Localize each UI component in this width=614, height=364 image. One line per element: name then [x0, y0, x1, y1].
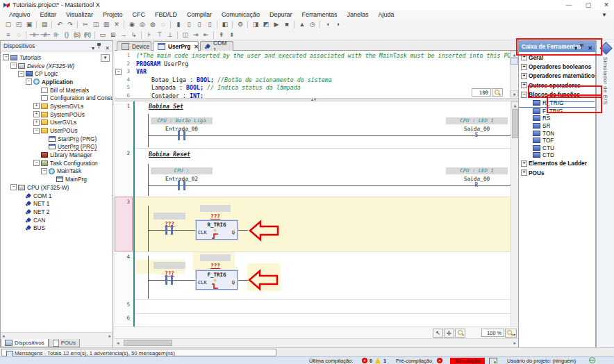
code-vscrollbar[interactable]: ▲ ▼ [510, 51, 517, 98]
expand-icon[interactable]: + [521, 82, 527, 88]
save-icon[interactable]: ▣ [24, 20, 34, 29]
menu-visualizar[interactable]: Visualizar [61, 10, 98, 19]
tree-item-systemgvls[interactable]: +SystemGVLs [1, 102, 113, 110]
negated-contact-icon[interactable]: ⊣∕⊢ [40, 31, 51, 40]
toolbox-item-r-trig[interactable]: R_TRIG [519, 99, 595, 108]
tab-close-icon[interactable]: ✕ [194, 44, 199, 50]
tree-item-device-xf325-w[interactable]: −Device (XF325-W) [1, 62, 113, 70]
tab-userprg[interactable]: UserPrg ✕ [153, 41, 199, 51]
tree-item-application[interactable]: −Application [1, 78, 113, 86]
box-with-en-icon[interactable]: ◫ [180, 31, 190, 40]
tab-pous[interactable]: POUs [49, 339, 80, 347]
tree-item-net-1[interactable]: NET 1 [1, 199, 113, 208]
toolbox-item-f-trig[interactable]: F_TRIG [519, 108, 595, 115]
generate-code-icon[interactable]: ⚙ [235, 20, 245, 29]
globe-icon[interactable] [589, 357, 595, 363]
rung-number[interactable]: 5 [115, 301, 130, 308]
tree-item-configuration-and-consumpt[interactable]: Configuration and Consumpt [1, 94, 113, 102]
parallel-contact-icon[interactable]: ⊪ [51, 31, 61, 40]
run-icon[interactable]: ▶ [271, 20, 281, 29]
ladder-hscrollbar[interactable]: ◂ ▸ [115, 338, 518, 347]
cut-icon[interactable]: ✂ [80, 20, 90, 29]
rung2-contact-address[interactable]: CPU : [151, 167, 213, 174]
navigate-up-icon[interactable]: ⇞ [216, 31, 226, 40]
set-coil-icon[interactable]: (S) [72, 31, 82, 40]
tree-item-maintask[interactable]: −MainTask [1, 167, 113, 176]
navigate-down-icon[interactable]: ⇟ [226, 31, 237, 40]
breakpoint-icon[interactable]: ◖ [322, 20, 333, 29]
connection-icon[interactable] [489, 358, 497, 364]
comment-icon[interactable]: ◌ [13, 31, 24, 40]
ladder-zoom-level[interactable]: 100 % [481, 329, 504, 337]
collapse-icon[interactable]: − [18, 71, 24, 77]
rung-number[interactable]: 1 [115, 103, 130, 109]
tree-item-bill-of-materials[interactable]: Bill of Materials [1, 86, 113, 94]
scroll-up-icon[interactable]: ▲ [511, 101, 518, 108]
maximize-button[interactable]: ▢ [579, 0, 597, 10]
close-button[interactable]: ✕ [597, 0, 614, 10]
hscroll-thumb[interactable] [124, 340, 172, 346]
toolbox-item-ctu[interactable]: CTU [519, 144, 595, 152]
r-trig-block[interactable]: R_TRIG CLK Q ✳ [196, 220, 238, 240]
toolbox-item-sr[interactable]: SR [519, 122, 595, 130]
toolbox-category-blocos-de-fun-es[interactable]: −Blocos de funções [519, 90, 595, 99]
collapse-icon[interactable]: − [3, 54, 9, 60]
vscroll-thumb[interactable] [512, 109, 518, 138]
messages-tab[interactable]: Mensagens - Totais 12 erro(s), 1 advertê… [1, 349, 276, 356]
rung3-contact[interactable] [165, 225, 174, 235]
collapse-icon[interactable]: − [26, 78, 32, 85]
find-icon[interactable]: ◉ [126, 20, 137, 29]
expand-icon[interactable]: + [521, 54, 527, 60]
filter-icon[interactable]: ▼ [601, 10, 607, 19]
toolbox-category-geral[interactable]: +Geral [519, 53, 595, 62]
menu-projeto[interactable]: Projeto [98, 10, 128, 19]
tab-dispositivos[interactable]: Dispositivos [1, 339, 49, 347]
rung4-instance-box[interactable] [200, 254, 231, 261]
rung4-instance-unknown[interactable]: ??? [200, 263, 231, 269]
tree-item-com-1[interactable]: COM 1 [1, 192, 113, 200]
pin-icon[interactable] [579, 43, 585, 50]
menu-depurar[interactable]: Depurar [265, 10, 297, 19]
scroll-left-icon[interactable]: ◂ [117, 339, 119, 347]
jump-icon[interactable]: ↳ [128, 31, 139, 40]
expand-icon[interactable]: + [33, 111, 40, 117]
collapse-icon[interactable]: − [521, 92, 527, 98]
menu-ajuda[interactable]: Ajuda [374, 10, 399, 19]
expand-icon[interactable]: + [521, 169, 527, 176]
tree-item-net-2[interactable]: NET 2 [1, 208, 113, 216]
tree-item-usergvls[interactable]: +UserGVLs [1, 119, 113, 127]
replace-project-icon[interactable]: ◌ [158, 20, 168, 29]
tree-item-cpu-xf325-w[interactable]: −CPU (XF325-W) [1, 183, 113, 192]
rung2-coil-address[interactable]: CPU : LED 1 [446, 167, 508, 174]
tree-item-library-manager[interactable]: Library Manager [1, 151, 113, 159]
clear-bookmarks-icon[interactable]: ▯ [204, 20, 215, 29]
rung3-contact-address[interactable] [154, 213, 185, 220]
toolbox-category-outros-operadores[interactable]: +Outros operadores [519, 81, 595, 90]
menu-comunica-o[interactable]: Comunicação [217, 10, 265, 19]
output-pin-icon[interactable]: ⇤ [201, 31, 211, 40]
stop-icon[interactable]: ■ [281, 20, 292, 29]
tree-item-userpous[interactable]: −UserPOUs [1, 126, 113, 135]
login-icon[interactable]: ◨ [250, 20, 260, 29]
scroll-up-icon[interactable]: ▲ [511, 51, 518, 58]
prev-bookmark-icon[interactable]: ▯ [194, 20, 204, 29]
menu-compilar[interactable]: Compilar [182, 10, 217, 19]
search-project-icon[interactable]: ◍ [147, 20, 158, 29]
rung2-contact[interactable] [177, 181, 186, 190]
tree-item-tutoriais[interactable]: −Tutoriais▾ [1, 53, 113, 62]
simulator-str­ip[interactable]: Simulador de E/S [596, 40, 614, 347]
expand-icon[interactable]: + [33, 103, 40, 109]
rung2-label[interactable]: Bobina Reset [149, 151, 190, 158]
rung4-contact[interactable] [165, 275, 174, 285]
coil-icon[interactable]: ( ) [61, 31, 72, 40]
toolbox-category-elementos-de-ladder[interactable]: +Elementos de Ladder [519, 159, 595, 168]
rung1-contact-address[interactable]: CPU : Botão Liga [151, 117, 213, 124]
toolbox-category-operadores-matem-ticos[interactable]: +Operadores matemáticos [519, 72, 595, 81]
step-over-icon[interactable]: ◗ [333, 20, 343, 29]
toolbox-item-ctd[interactable]: CTD [519, 151, 595, 159]
rung-number[interactable]: 4 [115, 254, 130, 260]
branch-below-icon[interactable]: ⊥ [165, 31, 175, 40]
build-icon[interactable]: ◧ [219, 20, 230, 29]
rung-number[interactable]: 3 [115, 199, 130, 205]
f-trig-block[interactable]: F_TRIG CLK Q ✳ [196, 270, 238, 290]
